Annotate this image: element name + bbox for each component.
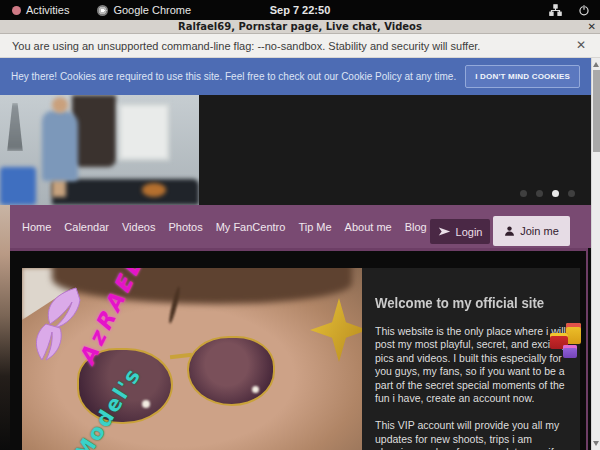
gift-icon bbox=[563, 345, 577, 358]
header-photo[interactable] bbox=[0, 95, 199, 205]
window-title: Ralfael69, Pornstar page, Live chat, Vid… bbox=[178, 21, 422, 32]
gift-widget[interactable] bbox=[550, 323, 590, 367]
clock[interactable]: Sep 7 22:50 bbox=[0, 4, 600, 16]
gift-icon bbox=[566, 323, 581, 344]
power-icon bbox=[578, 4, 590, 16]
photo-pet-shape bbox=[142, 183, 166, 197]
photo-head-shape bbox=[52, 97, 68, 113]
photo-hair-shape bbox=[52, 268, 352, 304]
nav-items: Home Calendar Videos Photos My FanCentro… bbox=[22, 221, 427, 233]
nav-item-blog[interactable]: Blog bbox=[405, 221, 427, 233]
system-tray[interactable] bbox=[549, 0, 590, 20]
photo-window-shape bbox=[118, 103, 170, 161]
scrollbar-thumb[interactable] bbox=[593, 70, 600, 152]
nav-item-home[interactable]: Home bbox=[22, 221, 51, 233]
flag-warning-message: You are using an unsupported command-lin… bbox=[12, 40, 480, 52]
scrollbar[interactable] bbox=[591, 58, 600, 450]
browser-viewport: Hey there! Cookies are required to use t… bbox=[0, 58, 591, 450]
nav-item-photos[interactable]: Photos bbox=[168, 221, 202, 233]
carousel-dots bbox=[520, 190, 575, 197]
welcome-panel: Welcome to my official site This website… bbox=[362, 268, 580, 450]
photo-curtain-shape bbox=[72, 95, 116, 167]
cookie-message: Hey there! Cookies are required to use t… bbox=[11, 71, 456, 82]
screen: Activities Google Chrome Sep 7 22:50 Ral… bbox=[0, 0, 600, 450]
cookie-accept-button[interactable]: I DON'T MIND COOKIES bbox=[465, 65, 580, 88]
scrollbar-down-arrow[interactable] bbox=[593, 441, 599, 446]
window-close-button[interactable]: ✕ bbox=[588, 21, 596, 32]
flag-warning-bar: You are using an unsupported command-lin… bbox=[0, 34, 600, 58]
scrollbar-up-arrow[interactable] bbox=[593, 62, 599, 67]
welcome-paragraph-2: This VIP account will provide you all my… bbox=[375, 419, 567, 450]
header-carousel bbox=[0, 95, 591, 205]
lens-glint bbox=[142, 400, 150, 408]
welcome-paragraph-1: This website is the only place where i w… bbox=[375, 325, 567, 405]
lens-glint bbox=[252, 386, 259, 393]
sunglasses-right-lens bbox=[187, 336, 275, 406]
carousel-dot-2[interactable] bbox=[536, 190, 543, 197]
site-navbar: Home Calendar Videos Photos My FanCentro… bbox=[10, 205, 591, 248]
photo-lamp-shape bbox=[2, 103, 28, 151]
photo-couch-shape bbox=[52, 179, 199, 205]
nav-item-tipme[interactable]: Tip Me bbox=[298, 221, 331, 233]
login-arrow-icon bbox=[438, 226, 451, 237]
carousel-dot-3[interactable] bbox=[552, 190, 559, 197]
network-icon bbox=[549, 4, 562, 17]
nav-item-calendar[interactable]: Calendar bbox=[64, 221, 109, 233]
gold-star-graphic bbox=[310, 298, 362, 362]
photo-furniture-shape bbox=[0, 167, 36, 205]
main-content: AzRAEL Model's Welcome to my official si… bbox=[10, 248, 588, 450]
login-label: Login bbox=[456, 226, 483, 238]
person-icon bbox=[504, 225, 515, 237]
window-title-bar[interactable]: Ralfael69, Pornstar page, Live chat, Vid… bbox=[0, 20, 600, 34]
join-me-label: Join me bbox=[520, 225, 559, 237]
warning-close-icon[interactable]: ✕ bbox=[576, 38, 586, 52]
carousel-dot-1[interactable] bbox=[520, 190, 527, 197]
carousel-dot-4[interactable] bbox=[568, 190, 575, 197]
desktop-top-bar: Activities Google Chrome Sep 7 22:50 bbox=[0, 0, 600, 20]
nav-item-aboutme[interactable]: About me bbox=[345, 221, 392, 233]
cookie-consent-bar: Hey there! Cookies are required to use t… bbox=[0, 58, 591, 95]
join-me-button[interactable]: Join me bbox=[493, 216, 570, 246]
page-background-sliver bbox=[0, 205, 10, 450]
sunglasses-left-lens bbox=[77, 348, 173, 424]
nav-item-fancentro[interactable]: My FanCentro bbox=[216, 221, 286, 233]
profile-photo[interactable]: AzRAEL Model's bbox=[22, 268, 362, 450]
login-button[interactable]: Login bbox=[430, 219, 490, 244]
welcome-heading: Welcome to my official site bbox=[375, 294, 544, 311]
photo-shirt-shape bbox=[42, 111, 78, 181]
nav-item-videos[interactable]: Videos bbox=[122, 221, 155, 233]
